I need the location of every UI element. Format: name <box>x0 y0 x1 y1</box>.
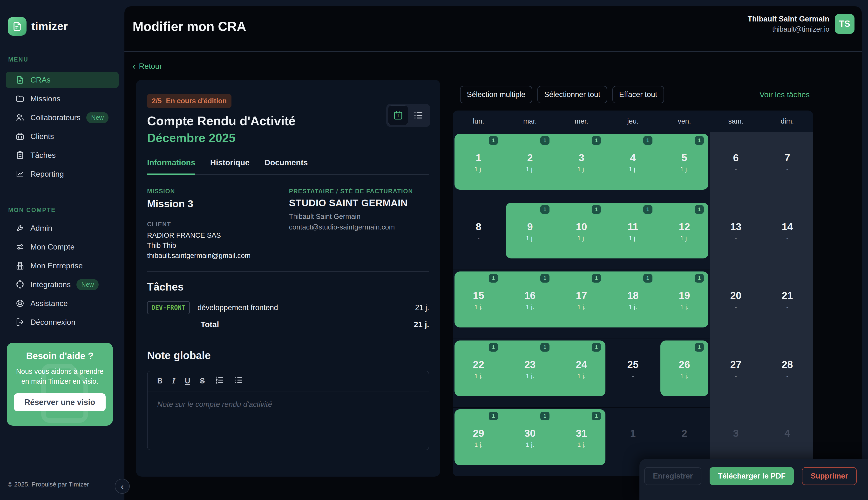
calendar-view-button[interactable]: 1 <box>388 105 408 125</box>
calendar-day-cell[interactable]: 1111 j. <box>607 201 658 270</box>
sidebar-item-integrations[interactable]: IntégrationsNew <box>6 276 119 293</box>
sidebar-item-clients[interactable]: Clients <box>6 128 119 144</box>
day-value: 1 j. <box>504 303 555 311</box>
avatar[interactable]: TS <box>835 14 855 34</box>
calendar-day-cell[interactable]: 151 j. <box>659 132 710 201</box>
sidebar-item-deconnexion[interactable]: Déconnexion <box>6 314 119 330</box>
italic-button[interactable]: I <box>172 377 175 385</box>
calendar-day-cell[interactable]: 1261 j. <box>659 339 710 408</box>
sidebar-item-reporting[interactable]: Reporting <box>6 166 119 182</box>
calendar-day-cell[interactable]: 141 j. <box>607 132 658 201</box>
calendar-day-cell[interactable]: 20- <box>710 270 761 339</box>
calendar-day-cell[interactable]: 1151 j. <box>453 270 504 339</box>
day-value: - <box>762 303 813 311</box>
bold-button[interactable]: B <box>157 377 163 385</box>
task-rows: DEV-FRONTdéveloppement frontend21 j. <box>147 301 429 314</box>
day-number: 9 <box>504 221 555 232</box>
tab-historique[interactable]: Historique <box>210 158 249 175</box>
help-card: Besoin d'aide ? Nous vous aidons à prend… <box>7 343 113 426</box>
weeks: 111 j.121 j.131 j.141 j.151 j.6-7-8-191 … <box>453 132 813 476</box>
sidebar-item-cras[interactable]: CRAs <box>6 72 119 88</box>
day-value: - <box>762 372 813 380</box>
effacer-tout-button[interactable]: Effacer tout <box>612 86 664 103</box>
list-view-button[interactable] <box>408 105 429 125</box>
underline-button[interactable]: U <box>185 377 190 385</box>
day-number: 16 <box>504 290 555 302</box>
back-link[interactable]: ‹ Retour <box>133 62 162 71</box>
task-count-badge: 1 <box>592 136 601 145</box>
user-block[interactable]: Thibault Saint Germain thibault@timizer.… <box>748 14 855 34</box>
calendar-day-cell[interactable]: 14- <box>762 201 813 270</box>
calendar-day-cell[interactable]: 1231 j. <box>504 339 555 408</box>
folder-icon <box>15 94 25 103</box>
strikethrough-button[interactable]: S <box>200 377 205 385</box>
bullet-list-button[interactable] <box>234 375 244 387</box>
sidebar-item-mon-entreprise[interactable]: Mon Entreprise <box>6 258 119 274</box>
calendar-day-cell[interactable]: 1311 j. <box>556 407 607 476</box>
task-days: 21 j. <box>415 303 429 312</box>
calendar-day-cell[interactable]: 1101 j. <box>556 201 607 270</box>
day-number: 19 <box>659 290 710 302</box>
calendar-day-cell[interactable]: 1121 j. <box>659 201 710 270</box>
calendar-day-cell[interactable]: 131 j. <box>556 132 607 201</box>
calendar-day-cell[interactable]: 1301 j. <box>504 407 555 476</box>
day-value: 1 j. <box>453 303 504 311</box>
week-row: 1151 j.1161 j.1171 j.1181 j.1191 j.20-21… <box>453 270 813 339</box>
task-count-badge: 1 <box>592 274 601 283</box>
day-number: 4 <box>762 428 813 439</box>
sidebar-collapse-button[interactable]: ‹ <box>115 479 130 494</box>
calendar-day-cell[interactable]: 191 j. <box>504 201 555 270</box>
note-input[interactable]: Note sur le compte rendu d'activité <box>148 391 429 418</box>
view-tasks-link[interactable]: Voir les tâches <box>760 90 810 99</box>
task-count-badge: 1 <box>540 205 550 214</box>
calendar-day-cell[interactable]: 25- <box>607 339 658 408</box>
total-days: 21 j. <box>414 320 429 329</box>
calendar-day-cell[interactable]: 7- <box>762 132 813 201</box>
calendar-day-cell[interactable]: 1191 j. <box>659 270 710 339</box>
save-button[interactable]: Enregistrer <box>644 467 701 485</box>
calendar-day-cell[interactable]: 1171 j. <box>556 270 607 339</box>
day-number: 5 <box>659 152 710 163</box>
sidebar-item-taches[interactable]: Tâches <box>6 147 119 163</box>
calendar-day-cell[interactable]: 13- <box>710 201 761 270</box>
delete-button[interactable]: Supprimer <box>802 467 857 485</box>
calendar-day-cell[interactable]: 28- <box>762 339 813 408</box>
day-value: 1 j. <box>556 166 607 173</box>
calendar-day-cell[interactable]: 1241 j. <box>556 339 607 408</box>
sidebar-item-missions[interactable]: Missions <box>6 91 119 107</box>
calendar-day-cell[interactable]: 111 j. <box>453 132 504 201</box>
selectionner-tout-button[interactable]: Sélectionner tout <box>537 86 607 103</box>
tab-informations[interactable]: Informations <box>147 158 195 175</box>
selection-multiple-button[interactable]: Sélection multiple <box>460 86 532 103</box>
sidebar-item-collaborateurs[interactable]: CollaborateursNew <box>6 110 119 125</box>
task-count-badge: 1 <box>489 412 498 420</box>
calendar-day-cell[interactable]: 121 j. <box>504 132 555 201</box>
sidebar-item-admin[interactable]: Admin <box>6 220 119 236</box>
calendar-day-cell[interactable]: 1291 j. <box>453 407 504 476</box>
task-count-badge: 1 <box>592 412 601 420</box>
calendar-day-cell[interactable]: 6- <box>710 132 761 201</box>
calendar-day-cell[interactable]: 8- <box>453 201 504 270</box>
task-count-badge: 1 <box>695 205 704 214</box>
tab-documents[interactable]: Documents <box>265 158 308 175</box>
calendar-day-cell[interactable]: 27- <box>710 339 761 408</box>
ordered-list-button[interactable] <box>214 375 224 387</box>
day-number: 7 <box>762 152 813 163</box>
sidebar-item-assistance[interactable]: Assistance <box>6 295 119 311</box>
book-call-button[interactable]: Réserver une visio <box>14 393 106 411</box>
download-pdf-button[interactable]: Télécharger le PDF <box>709 467 794 485</box>
day-value: 1 j. <box>556 372 607 380</box>
calendar-day-cell[interactable]: 1181 j. <box>607 270 658 339</box>
day-value: 1 j. <box>453 372 504 380</box>
status-text: En cours d'édition <box>166 97 227 105</box>
provider-line: contact@studio-saintgermain.com <box>289 222 429 232</box>
puzzle-icon <box>15 280 25 289</box>
calendar-day-cell[interactable]: 1161 j. <box>504 270 555 339</box>
sidebar-item-mon-compte[interactable]: Mon Compte <box>6 239 119 255</box>
calendar-day-cell[interactable]: 21- <box>762 270 813 339</box>
sliders-icon <box>15 242 25 251</box>
day-value: 1 j. <box>659 372 710 380</box>
day-header: ven. <box>659 111 710 132</box>
day-value: - <box>762 235 813 242</box>
calendar-day-cell[interactable]: 1221 j. <box>453 339 504 408</box>
